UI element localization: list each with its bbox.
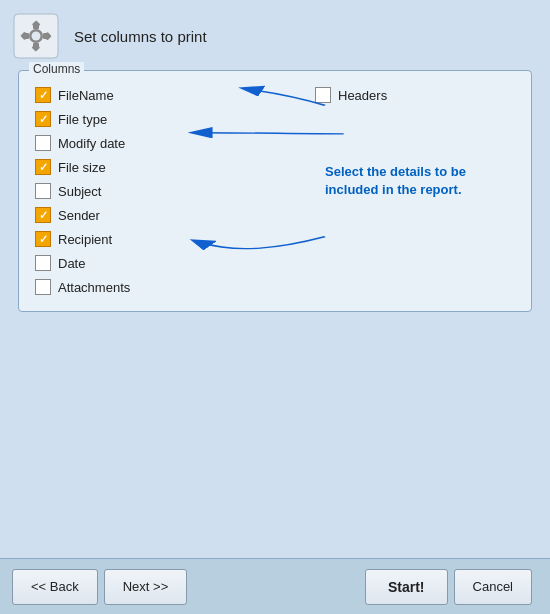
checkbox-label-recipient: Recipient xyxy=(58,232,112,247)
checkbox-row-filename[interactable]: FileName xyxy=(35,87,315,103)
svg-point-2 xyxy=(32,32,41,41)
checkbox-date[interactable] xyxy=(35,255,51,271)
main-content: Columns FileName File type xyxy=(0,70,550,558)
checkbox-label-sender: Sender xyxy=(58,208,100,223)
columns-group: Columns FileName File type xyxy=(18,70,532,312)
next-button[interactable]: Next >> xyxy=(104,569,188,605)
back-button[interactable]: << Back xyxy=(12,569,98,605)
checkbox-headers[interactable] xyxy=(315,87,331,103)
footer: << Back Next >> Start! Cancel xyxy=(0,558,550,614)
start-button[interactable]: Start! xyxy=(365,569,448,605)
columns-legend: Columns xyxy=(29,62,84,76)
checkbox-label-filetype: File type xyxy=(58,112,107,127)
checkbox-row-headers[interactable]: Headers xyxy=(315,87,515,103)
hint-text: Select the details to beincluded in the … xyxy=(325,163,515,199)
checkbox-filetype[interactable] xyxy=(35,111,51,127)
dialog-title: Set columns to print xyxy=(74,28,207,45)
cancel-button[interactable]: Cancel xyxy=(454,569,532,605)
checkbox-row-attachments[interactable]: Attachments xyxy=(35,279,315,295)
checkbox-recipient[interactable] xyxy=(35,231,51,247)
columns-inner: FileName File type Modify date xyxy=(35,87,515,295)
column-right: Headers Select the details to beincluded… xyxy=(315,87,515,295)
checkbox-row-modifydate[interactable]: Modify date xyxy=(35,135,315,151)
checkbox-row-recipient[interactable]: Recipient xyxy=(35,231,315,247)
checkbox-filename[interactable] xyxy=(35,87,51,103)
checkbox-label-attachments: Attachments xyxy=(58,280,130,295)
checkbox-label-filesize: File size xyxy=(58,160,106,175)
checkbox-row-sender[interactable]: Sender xyxy=(35,207,315,223)
checkbox-row-filetype[interactable]: File type xyxy=(35,111,315,127)
checkbox-subject[interactable] xyxy=(35,183,51,199)
checkbox-row-filesize[interactable]: File size xyxy=(35,159,315,175)
checkbox-row-date[interactable]: Date xyxy=(35,255,315,271)
checkbox-label-modifydate: Modify date xyxy=(58,136,125,151)
checkbox-modifydate[interactable] xyxy=(35,135,51,151)
checkbox-label-date: Date xyxy=(58,256,85,271)
checkbox-filesize[interactable] xyxy=(35,159,51,175)
checkbox-label-filename: FileName xyxy=(58,88,114,103)
checkbox-sender[interactable] xyxy=(35,207,51,223)
dialog-header: Set columns to print xyxy=(0,0,550,70)
checkboxes-left: FileName File type Modify date xyxy=(35,87,315,295)
checkbox-attachments[interactable] xyxy=(35,279,51,295)
checkbox-label-headers: Headers xyxy=(338,88,387,103)
checkbox-label-subject: Subject xyxy=(58,184,101,199)
gear-icon xyxy=(12,12,60,60)
checkbox-row-subject[interactable]: Subject xyxy=(35,183,315,199)
